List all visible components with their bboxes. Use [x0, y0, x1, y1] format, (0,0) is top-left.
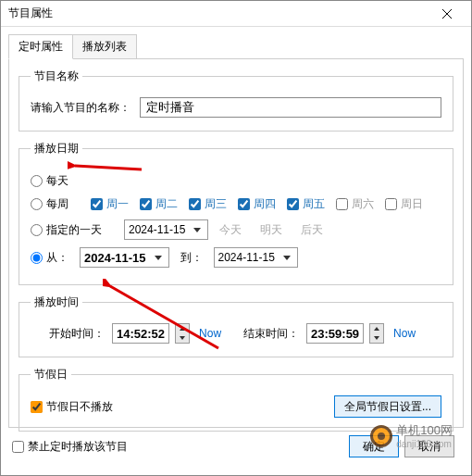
- bottom-bar: 禁止定时播放该节目 确定 取消: [8, 428, 464, 457]
- tab-body: 节目名称 请输入节目的名称： 播放日期 每天 每周 周一 周二 周三 周四 周: [8, 59, 464, 428]
- btn-today[interactable]: 今天: [219, 222, 242, 238]
- start-time-input[interactable]: 14:52:52: [112, 323, 169, 344]
- radio-range[interactable]: 从：: [31, 250, 68, 266]
- ok-button[interactable]: 确定: [349, 435, 399, 457]
- start-time-spinner[interactable]: [175, 323, 190, 344]
- check-fri[interactable]: 周五: [287, 196, 325, 212]
- end-time-input[interactable]: 23:59:59: [306, 323, 364, 344]
- btn-after[interactable]: 后天: [301, 222, 323, 238]
- start-time-label: 开始时间：: [49, 326, 105, 342]
- close-button[interactable]: [430, 5, 464, 23]
- program-name-input[interactable]: [140, 97, 441, 118]
- dialog-window: 节目属性 定时属性 播放列表 节目名称 请输入节目的名称： 播放日期 每天: [0, 0, 472, 476]
- tab-playlist[interactable]: 播放列表: [72, 34, 137, 58]
- date-specific-picker[interactable]: 2024-11-15: [124, 219, 208, 240]
- close-icon: [442, 9, 452, 19]
- radio-daily[interactable]: 每天: [31, 173, 68, 189]
- radio-weekly[interactable]: 每周: [31, 196, 68, 212]
- check-wed[interactable]: 周三: [189, 196, 227, 212]
- check-thu[interactable]: 周四: [238, 196, 276, 212]
- window-title: 节目属性: [8, 6, 53, 21]
- chevron-down-icon: [370, 333, 383, 343]
- legend-play-date: 播放日期: [31, 141, 82, 157]
- start-now-link[interactable]: Now: [199, 327, 221, 340]
- name-label: 请输入节目的名称：: [31, 100, 130, 116]
- check-disable-program[interactable]: 禁止定时播放该节目: [12, 439, 128, 455]
- date-from-picker[interactable]: 2024-11-15: [80, 247, 169, 268]
- chevron-up-icon: [176, 324, 189, 333]
- end-time-label: 结束时间：: [243, 326, 299, 342]
- group-play-time: 播放时间 开始时间： 14:52:52 Now 结束时间： 23:59:59 N…: [19, 294, 453, 357]
- btn-tomorrow[interactable]: 明天: [260, 222, 282, 238]
- to-label: 到：: [180, 250, 203, 266]
- tab-strip: 定时属性 播放列表: [8, 34, 464, 59]
- dropdown-icon: [152, 251, 165, 264]
- check-mon[interactable]: 周一: [91, 196, 129, 212]
- check-tue[interactable]: 周二: [140, 196, 178, 212]
- content-area: 定时属性 播放列表 节目名称 请输入节目的名称： 播放日期 每天 每周 周一: [1, 27, 471, 475]
- legend-program-name: 节目名称: [31, 69, 82, 84]
- titlebar: 节目属性: [1, 1, 471, 27]
- end-time-spinner[interactable]: [369, 323, 384, 344]
- cancel-button[interactable]: 取消: [404, 435, 454, 457]
- check-sat[interactable]: 周六: [336, 196, 374, 212]
- date-to-picker[interactable]: 2024-11-15: [214, 247, 298, 268]
- dropdown-icon: [280, 251, 293, 264]
- chevron-down-icon: [176, 333, 189, 343]
- tab-timing[interactable]: 定时属性: [8, 34, 73, 59]
- group-play-date: 播放日期 每天 每周 周一 周二 周三 周四 周五 周六 周日 指定的一天: [19, 141, 453, 285]
- global-holiday-button[interactable]: 全局节假日设置...: [334, 395, 441, 418]
- dropdown-icon: [191, 223, 204, 236]
- check-sun[interactable]: 周日: [385, 196, 423, 212]
- legend-holiday: 节假日: [31, 367, 71, 382]
- legend-play-time: 播放时间: [31, 294, 82, 310]
- group-program-name: 节目名称 请输入节目的名称：: [19, 69, 453, 132]
- chevron-up-icon: [370, 324, 383, 333]
- end-now-link[interactable]: Now: [393, 327, 416, 340]
- check-holiday-skip[interactable]: 节假日不播放: [31, 399, 113, 415]
- radio-specific[interactable]: 指定的一天: [31, 222, 102, 238]
- group-holiday: 节假日 节假日不播放 全局节假日设置...: [19, 367, 453, 432]
